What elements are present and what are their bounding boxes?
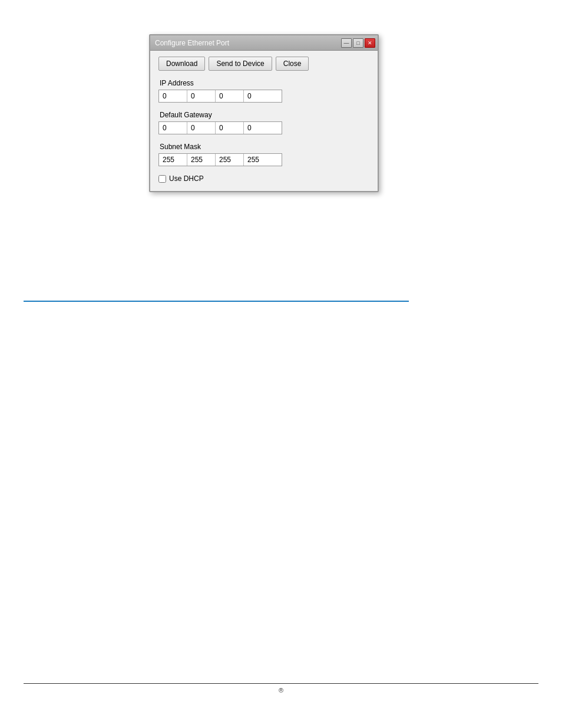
dialog-title: Configure Ethernet Port [155,39,229,47]
subnet-mask-field-group [158,153,282,166]
gateway-octet-1[interactable] [159,122,187,134]
title-bar: Configure Ethernet Port — □ ✕ [150,35,378,51]
subnet-octet-2[interactable] [187,154,216,166]
download-button[interactable]: Download [158,57,205,71]
subnet-octet-1[interactable] [159,154,187,166]
configure-ethernet-dialog: Configure Ethernet Port — □ ✕ Download S… [149,34,379,192]
subnet-octet-3[interactable] [216,154,244,166]
ip-address-label: IP Address [160,79,369,87]
subnet-mask-label: Subnet Mask [160,143,369,151]
use-dhcp-label: Use DHCP [169,174,204,183]
dialog-content: Download Send to Device Close IP Address… [150,51,378,191]
gateway-octet-3[interactable] [216,122,244,134]
title-bar-buttons: — □ ✕ [341,38,375,48]
gateway-octet-4[interactable] [244,122,272,134]
default-gateway-section: Default Gateway [158,111,369,134]
toolbar: Download Send to Device Close [158,57,369,71]
ip-address-field-group [158,90,282,103]
maximize-button[interactable]: □ [353,38,363,48]
footer-symbol: ® [279,687,283,694]
use-dhcp-checkbox[interactable] [158,175,166,183]
minimize-button[interactable]: — [341,38,352,48]
ip-address-section: IP Address [158,79,369,103]
ip-octet-2[interactable] [187,90,216,102]
bottom-rule [24,683,538,684]
subnet-octet-4[interactable] [244,154,272,166]
ip-octet-3[interactable] [216,90,244,102]
ip-octet-1[interactable] [159,90,187,102]
send-to-device-button[interactable]: Send to Device [209,57,272,71]
gateway-octet-2[interactable] [187,122,216,134]
ip-octet-4[interactable] [244,90,272,102]
close-button[interactable]: Close [276,57,309,71]
window-close-button[interactable]: ✕ [365,38,375,48]
default-gateway-label: Default Gateway [160,111,369,119]
subnet-mask-section: Subnet Mask [158,143,369,166]
use-dhcp-row: Use DHCP [158,174,369,183]
blue-rule [24,301,409,302]
default-gateway-field-group [158,121,282,134]
